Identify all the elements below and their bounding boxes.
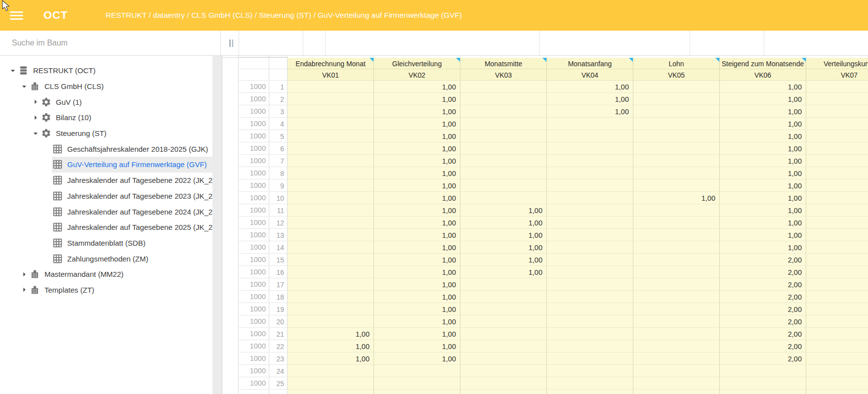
cell-vk07-row-partial[interactable]: [806, 390, 868, 394]
cell-vk07-row-17[interactable]: [806, 278, 868, 291]
row-number-cell[interactable]: 12: [269, 217, 288, 229]
cell-vk04-row-1[interactable]: 1,00: [547, 81, 633, 93]
cell-vk04-row-3[interactable]: 1,00: [547, 105, 633, 118]
cell-vk02-row-13[interactable]: 1,00: [374, 229, 460, 241]
tree-item-cls-gmbh-cls[interactable]: CLS GmbH (CLS): [0, 79, 212, 94]
cell-vk04-row-9[interactable]: [547, 179, 633, 192]
cell-vk07-row-20[interactable]: [806, 315, 868, 328]
cell-vk02-row-24[interactable]: [374, 365, 460, 377]
chevron-expanded-icon[interactable]: [8, 66, 18, 76]
cell-vk07-row-12[interactable]: [806, 217, 868, 229]
row-number-cell[interactable]: 21: [269, 328, 288, 340]
cell-vk01-row-17[interactable]: [288, 278, 374, 291]
cell-vk06-row-6[interactable]: 1,00: [720, 142, 806, 155]
column-code-vk06[interactable]: VK06: [720, 69, 806, 81]
cell-vk06-row-14[interactable]: 1,00: [720, 241, 806, 254]
cell-vk04-row-23[interactable]: [547, 352, 633, 365]
cell-vk02-row-15[interactable]: 1,00: [374, 254, 460, 266]
cell-vk01-row-24[interactable]: [288, 365, 374, 377]
tree-item-zahlungsmethoden-zm[interactable]: Zahlungsmethoden (ZM): [0, 251, 212, 266]
row-group-cell[interactable]: 1000: [239, 179, 269, 192]
cell-vk03-row-25[interactable]: [460, 377, 547, 390]
tree-item-guv-1[interactable]: GuV (1): [0, 94, 212, 110]
cell-vk01-row-9[interactable]: [288, 179, 374, 192]
cell-vk02-row-8[interactable]: 1,00: [374, 167, 460, 179]
row-group-cell[interactable]: 1000: [239, 315, 269, 328]
row-number-cell[interactable]: 15: [269, 254, 288, 266]
cell-vk07-row-4[interactable]: [806, 118, 868, 130]
cell-vk05-row-1[interactable]: [633, 81, 720, 93]
cell-vk05-row-2[interactable]: [633, 93, 720, 105]
cell-vk02-row-19[interactable]: 1,00: [374, 303, 460, 315]
tree-item-content[interactable]: Bilanz (10): [41, 110, 212, 126]
row-number-cell[interactable]: 11: [269, 204, 288, 217]
cell-vk05-row-7[interactable]: [633, 155, 720, 167]
column-header-vk07[interactable]: Verteilungskurve: [806, 58, 868, 69]
cell-vk01-row-19[interactable]: [288, 303, 374, 315]
cell-vk02-row-4[interactable]: 1,00: [374, 118, 460, 130]
cell-vk07-row-6[interactable]: [806, 142, 868, 155]
row-group-cell[interactable]: 1000: [239, 142, 269, 155]
cell-vk02-row-partial[interactable]: [374, 390, 460, 394]
row-number-cell[interactable]: 4: [269, 118, 288, 130]
cell-vk02-row-2[interactable]: 1,00: [374, 93, 460, 105]
tree-item-jahreskalender-auf-tagesebene-2023-jk-20[interactable]: Jahreskalender auf Tagesebene 2023 (JK_2…: [0, 188, 212, 204]
cell-vk05-row-18[interactable]: [633, 291, 720, 303]
cell-vk01-row-2[interactable]: [288, 93, 374, 105]
cell-vk02-row-22[interactable]: 1,00: [374, 340, 460, 352]
cell-vk07-row-14[interactable]: [806, 241, 868, 254]
row-group-cell[interactable]: 1000: [239, 365, 269, 377]
cell-vk04-row-24[interactable]: [547, 365, 633, 377]
cell-vk04-row-11[interactable]: [547, 204, 633, 217]
chevron-collapsed-icon[interactable]: [31, 113, 41, 123]
cell-vk04-row-16[interactable]: [547, 266, 633, 278]
cell-vk05-row-12[interactable]: [633, 217, 720, 229]
cell-vk05-row-15[interactable]: [633, 254, 720, 266]
row-group-cell[interactable]: 1000: [239, 105, 269, 118]
cell-vk03-row-17[interactable]: [460, 278, 547, 291]
cell-vk02-row-18[interactable]: 1,00: [374, 291, 460, 303]
cell-vk06-row-2[interactable]: 1,00: [720, 93, 806, 105]
cell-vk07-row-21[interactable]: [806, 328, 868, 340]
cell-vk07-row-19[interactable]: [806, 303, 868, 315]
tree-item-content[interactable]: Stammdatenblatt (SDB): [52, 235, 212, 251]
row-number-cell[interactable]: 8: [269, 167, 288, 179]
column-header-vk04[interactable]: Monatsanfang: [547, 58, 633, 69]
cell-vk05-row-22[interactable]: [633, 340, 720, 352]
cell-vk06-row-12[interactable]: 1,00: [720, 217, 806, 229]
cell-vk07-row-15[interactable]: [806, 254, 868, 266]
row-group-cell[interactable]: 1000: [239, 328, 269, 340]
cell-vk04-row-8[interactable]: [547, 167, 633, 179]
cell-vk04-row-4[interactable]: [547, 118, 633, 130]
chevron-expanded-icon[interactable]: [19, 82, 29, 91]
tree-search-input[interactable]: [0, 31, 220, 55]
cell-vk03-row-10[interactable]: [460, 192, 547, 204]
tree-item-mastermandant-mm22[interactable]: Mastermandant (MM22): [0, 266, 212, 282]
row-group-cell[interactable]: 1000: [239, 278, 269, 291]
tree-item-stammdatenblatt-sdb[interactable]: Stammdatenblatt (SDB): [0, 235, 212, 251]
row-group-cell[interactable]: 1000: [239, 217, 269, 229]
chevron-collapsed-icon[interactable]: [31, 97, 41, 107]
row-group-cell[interactable]: 1000: [239, 352, 269, 365]
cell-vk01-row-10[interactable]: [288, 192, 374, 204]
cell-vk04-row-12[interactable]: [547, 217, 633, 229]
cell-vk06-row-22[interactable]: 2,00: [720, 340, 806, 352]
row-group-cell[interactable]: 1000: [239, 130, 269, 142]
row-group-cell[interactable]: 1000: [239, 81, 269, 93]
tree-item-steuerung-st[interactable]: Steuerung (ST): [0, 126, 212, 141]
cell-vk05-row-25[interactable]: [633, 377, 720, 390]
cell-vk02-row-21[interactable]: 1,00: [374, 328, 460, 340]
cell-vk02-row-7[interactable]: 1,00: [374, 155, 460, 167]
row-number-cell[interactable]: 24: [269, 365, 288, 377]
column-code-vk04[interactable]: VK04: [547, 69, 633, 81]
cell-vk03-row-23[interactable]: [460, 352, 547, 365]
cell-vk01-row-7[interactable]: [288, 155, 374, 167]
cell-vk06-row-25[interactable]: [720, 377, 806, 390]
cell-vk04-row-5[interactable]: [547, 130, 633, 142]
cell-vk03-row-18[interactable]: [460, 291, 547, 303]
cell-vk03-row-12[interactable]: 1,00: [460, 217, 547, 229]
cell-vk03-row-7[interactable]: [460, 155, 547, 167]
cell-vk06-row-19[interactable]: 2,00: [720, 303, 806, 315]
cell-vk02-row-25[interactable]: [374, 377, 460, 390]
tree-item-bilanz-10[interactable]: Bilanz (10): [0, 110, 212, 126]
